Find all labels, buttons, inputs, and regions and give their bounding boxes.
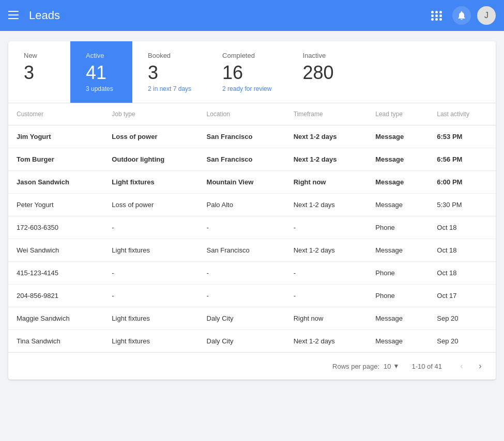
svg-rect-1 bbox=[8, 14, 19, 15]
cell-location: San Francisco bbox=[198, 239, 285, 262]
notification-icon[interactable] bbox=[452, 6, 471, 25]
table-row[interactable]: Maggie SandwichLight fixturesDaly CityRi… bbox=[8, 307, 496, 330]
cell-last_activity: 6:00 PM bbox=[429, 171, 496, 194]
cell-lead_type: Message bbox=[367, 194, 429, 216]
svg-rect-2 bbox=[8, 18, 19, 19]
cell-location: - bbox=[198, 285, 285, 307]
cell-timeframe: - bbox=[285, 285, 368, 307]
status-tabs: New3Active413 updatesBooked32 in next 7 … bbox=[8, 41, 496, 103]
pagination-bar: Rows per page: 10 ▼ 1-10 of 41 ‹ › bbox=[8, 352, 496, 380]
cell-job_type: - bbox=[103, 285, 198, 307]
cell-customer: Jim Yogurt bbox=[8, 125, 103, 148]
cell-timeframe: - bbox=[285, 262, 368, 285]
table-row[interactable]: Wei SandwichLight fixturesSan FranciscoN… bbox=[8, 239, 496, 262]
status-tab-completed[interactable]: Completed162 ready for review bbox=[207, 41, 287, 103]
cell-timeframe: Next 1-2 days bbox=[285, 239, 368, 262]
tab-label-new: New bbox=[24, 52, 55, 59]
table-row[interactable]: Tom BurgerOutdoor lightingSan FranciscoN… bbox=[8, 148, 496, 171]
user-avatar[interactable]: J bbox=[477, 6, 496, 25]
cell-location: San Francisco bbox=[198, 148, 285, 171]
cell-last_activity: Oct 18 bbox=[429, 216, 496, 239]
tab-label-completed: Completed bbox=[222, 52, 271, 59]
status-tab-new[interactable]: New3 bbox=[8, 41, 70, 103]
header-actions: J bbox=[427, 6, 496, 25]
cell-location: Mountain View bbox=[198, 171, 285, 194]
cell-job_type: Loss of power bbox=[103, 125, 198, 148]
table-row[interactable]: Tina SandwichLight fixturesDaly CityNext… bbox=[8, 330, 496, 353]
cell-customer: Tina Sandwich bbox=[8, 330, 103, 353]
cell-timeframe: Next 1-2 days bbox=[285, 194, 368, 216]
page-title: Leads bbox=[29, 9, 427, 22]
cell-job_type: - bbox=[103, 216, 198, 239]
tab-count-active: 41 bbox=[86, 64, 117, 82]
cell-lead_type: Message bbox=[367, 171, 429, 194]
cell-last_activity: 6:53 PM bbox=[429, 125, 496, 148]
tab-count-inactive: 280 bbox=[302, 64, 333, 82]
tab-count-new: 3 bbox=[24, 64, 55, 82]
status-tab-inactive[interactable]: Inactive280 bbox=[287, 41, 349, 103]
tab-label-booked: Booked bbox=[148, 52, 191, 59]
tab-count-booked: 3 bbox=[148, 64, 191, 82]
tab-label-inactive: Inactive bbox=[302, 52, 333, 59]
main-content: New3Active413 updatesBooked32 in next 7 … bbox=[0, 31, 504, 390]
cell-last_activity: 5:30 PM bbox=[429, 194, 496, 216]
cell-customer: 415-123-4145 bbox=[8, 262, 103, 285]
cell-location: Palo Alto bbox=[198, 194, 285, 216]
cell-customer: Tom Burger bbox=[8, 148, 103, 171]
col-header-location: Location bbox=[198, 103, 285, 125]
table-row[interactable]: 204-856-9821---PhoneOct 17 bbox=[8, 285, 496, 307]
menu-icon[interactable] bbox=[8, 10, 19, 21]
next-page-button[interactable]: › bbox=[473, 359, 487, 373]
table-row[interactable]: 415-123-4145---PhoneOct 18 bbox=[8, 262, 496, 285]
cell-customer: Maggie Sandwich bbox=[8, 307, 103, 330]
table-row[interactable]: Jason SandwichLight fixturesMountain Vie… bbox=[8, 171, 496, 194]
cell-timeframe: - bbox=[285, 216, 368, 239]
cell-lead_type: Message bbox=[367, 307, 429, 330]
tab-label-active: Active bbox=[86, 52, 117, 59]
rows-per-page-select[interactable]: 10 ▼ bbox=[384, 363, 399, 370]
leads-table: CustomerJob typeLocationTimeframeLead ty… bbox=[8, 103, 496, 352]
cell-timeframe: Next 1-2 days bbox=[285, 148, 368, 171]
tab-sub-completed: 2 ready for review bbox=[222, 85, 271, 92]
cell-timeframe: Next 1-2 days bbox=[285, 125, 368, 148]
col-header-lead_type: Lead type bbox=[367, 103, 429, 125]
chevron-down-icon: ▼ bbox=[393, 363, 400, 370]
cell-location: - bbox=[198, 216, 285, 239]
tab-count-completed: 16 bbox=[222, 64, 271, 82]
col-header-timeframe: Timeframe bbox=[285, 103, 368, 125]
cell-timeframe: Right now bbox=[285, 307, 368, 330]
table-row[interactable]: 172-603-6350---PhoneOct 18 bbox=[8, 216, 496, 239]
rows-per-page-label: Rows per page: bbox=[332, 363, 379, 370]
table-row[interactable]: Jim YogurtLoss of powerSan FranciscoNext… bbox=[8, 125, 496, 148]
cell-job_type: Outdoor lighting bbox=[103, 148, 198, 171]
cell-customer: Wei Sandwich bbox=[8, 239, 103, 262]
cell-customer: 204-856-9821 bbox=[8, 285, 103, 307]
cell-location: San Francisco bbox=[198, 125, 285, 148]
status-tab-booked[interactable]: Booked32 in next 7 days bbox=[132, 41, 207, 103]
cell-last_activity: Oct 17 bbox=[429, 285, 496, 307]
page-navigation: ‹ › bbox=[454, 359, 487, 373]
page-range: 1-10 of 41 bbox=[411, 363, 442, 370]
cell-job_type: - bbox=[103, 262, 198, 285]
apps-icon[interactable] bbox=[427, 6, 446, 25]
cell-last_activity: Sep 20 bbox=[429, 330, 496, 353]
status-tab-active[interactable]: Active413 updates bbox=[70, 41, 132, 103]
col-header-last_activity: Last activity bbox=[429, 103, 496, 125]
col-header-job_type: Job type bbox=[103, 103, 198, 125]
cell-lead_type: Phone bbox=[367, 285, 429, 307]
cell-location: - bbox=[198, 262, 285, 285]
table-row[interactable]: Peter YogurtLoss of powerPalo AltoNext 1… bbox=[8, 194, 496, 216]
prev-page-button[interactable]: ‹ bbox=[454, 359, 469, 373]
cell-location: Daly City bbox=[198, 330, 285, 353]
rows-per-page: Rows per page: 10 ▼ bbox=[332, 363, 399, 370]
cell-job_type: Light fixtures bbox=[103, 330, 198, 353]
cell-last_activity: 6:56 PM bbox=[429, 148, 496, 171]
cell-last_activity: Oct 18 bbox=[429, 262, 496, 285]
cell-lead_type: Phone bbox=[367, 216, 429, 239]
cell-lead_type: Message bbox=[367, 125, 429, 148]
grid-dots bbox=[431, 11, 442, 21]
cell-location: Daly City bbox=[198, 307, 285, 330]
cell-customer: Jason Sandwich bbox=[8, 171, 103, 194]
svg-rect-0 bbox=[8, 11, 19, 12]
cell-lead_type: Message bbox=[367, 239, 429, 262]
